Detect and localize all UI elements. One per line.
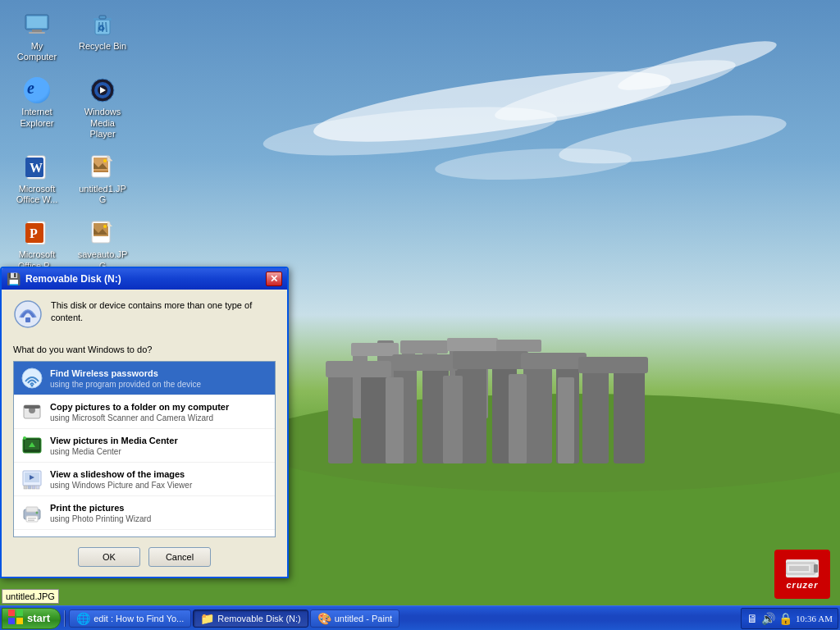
svg-point-85 xyxy=(23,436,26,440)
copy-pictures-icon xyxy=(21,400,43,423)
option-view-slideshow[interactable]: View a slideshow of the images using Win… xyxy=(14,463,275,496)
ok-button[interactable]: OK xyxy=(78,547,140,567)
option-find-wireless[interactable]: Find Wireless passwords using the progra… xyxy=(14,362,275,395)
desktop-icon-ms-office-word[interactable]: W Microsoft Office W... xyxy=(8,151,66,208)
svg-rect-42 xyxy=(32,30,42,32)
system-clock: 10:36 AM xyxy=(796,614,833,623)
ie-edit-label: edit : How to Find Yo... xyxy=(94,614,184,623)
svg-rect-27 xyxy=(523,358,552,463)
svg-rect-89 xyxy=(24,486,27,489)
find-wireless-main: Find Wireless passwords xyxy=(50,368,268,379)
svg-rect-108 xyxy=(8,618,15,624)
svg-text:W: W xyxy=(30,161,43,175)
dialog-header: This disk or device contains more than o… xyxy=(13,299,276,335)
option-print-pictures[interactable]: Print the pictures using Photo Printing … xyxy=(14,496,275,530)
svg-rect-75 xyxy=(25,317,30,322)
dialog-question: What do you want Windows to do? xyxy=(13,345,276,354)
security-tray-icon: 🔒 xyxy=(778,612,792,625)
tooltip-text: untitled.JPG xyxy=(6,591,55,601)
find-wireless-icon xyxy=(21,367,43,390)
svg-text:♻: ♻ xyxy=(98,24,105,33)
view-slideshow-main: View a slideshow of the images xyxy=(50,468,268,480)
desktop-icon-internet-explorer[interactable]: Internet Explorer xyxy=(8,74,66,143)
cruzer-badge: cruzer xyxy=(774,550,830,599)
find-wireless-text: Find Wireless passwords using the progra… xyxy=(50,368,268,388)
desktop-icon-untitled1-jpg[interactable]: untitled1.JPG xyxy=(74,151,131,208)
svg-rect-20 xyxy=(496,340,541,352)
view-media-center-sub: using Media Center xyxy=(50,447,268,456)
taskbar-btn-removable-disk[interactable]: 📁 Removable Disk (N:) xyxy=(193,609,308,628)
taskbar: start 🌐 edit : How to Find Yo... 📁 Remov… xyxy=(0,605,840,630)
taskbar-btn-untitled-paint[interactable]: 🎨 untitled - Paint xyxy=(310,609,399,628)
svg-rect-96 xyxy=(28,518,36,519)
svg-rect-39 xyxy=(558,377,574,463)
windows-logo xyxy=(7,609,24,628)
ms-office-word-icon: W xyxy=(24,154,50,180)
dialog-title-container: 💾 Removable Disk (N:) xyxy=(7,272,121,285)
volume-tray-icon: 🔊 xyxy=(761,612,775,625)
svg-rect-31 xyxy=(326,361,391,377)
svg-rect-81 xyxy=(24,405,40,409)
view-slideshow-sub: using Windows Picture and Fax Viewer xyxy=(50,481,268,490)
svg-rect-46 xyxy=(99,16,106,19)
svg-rect-30 xyxy=(614,363,645,463)
svg-point-74 xyxy=(15,301,41,327)
svg-rect-97 xyxy=(28,520,34,522)
removable-disk-icon: 📁 xyxy=(200,612,214,625)
view-slideshow-text: View a slideshow of the images using Win… xyxy=(50,468,268,489)
svg-rect-94 xyxy=(26,507,38,512)
cancel-button[interactable]: Cancel xyxy=(148,547,211,567)
print-pictures-icon xyxy=(21,501,43,524)
svg-rect-37 xyxy=(443,376,463,463)
taskbar-btn-ie-edit[interactable]: 🌐 edit : How to Find Yo... xyxy=(69,609,191,628)
view-media-center-main: View pictures in Media Center xyxy=(50,435,268,446)
svg-point-98 xyxy=(36,512,39,514)
desktop-icons: My Computer ♻ Recycle Bin xyxy=(8,8,131,275)
start-button[interactable]: start xyxy=(2,608,61,629)
svg-rect-36 xyxy=(386,377,404,463)
windows-media-player-icon xyxy=(89,77,116,103)
svg-rect-18 xyxy=(400,340,448,354)
ms-office-word-label: Microsoft Office W... xyxy=(11,184,62,205)
print-pictures-main: Print the pictures xyxy=(50,502,268,514)
dialog-titlebar: 💾 Removable Disk (N:) ✕ xyxy=(2,268,287,290)
svg-text:P: P xyxy=(30,226,38,240)
copy-pictures-sub: using Microsoft Scanner and Camera Wizar… xyxy=(50,413,268,422)
svg-rect-29 xyxy=(582,368,609,463)
svg-rect-21 xyxy=(328,365,353,463)
dialog-body: This disk or device contains more than o… xyxy=(2,290,287,577)
windows-media-player-label: Windows Media Player xyxy=(77,107,128,139)
options-list[interactable]: Find Wireless passwords using the progra… xyxy=(14,362,275,536)
svg-point-72 xyxy=(103,225,107,228)
autoplay-dialog: 💾 Removable Disk (N:) ✕ This disk or dev… xyxy=(0,267,289,578)
desktop-icon-recycle-bin[interactable]: ♻ Recycle Bin xyxy=(74,8,131,66)
saveauto-jpg-icon xyxy=(89,220,116,246)
print-pictures-sub: using Photo Printing Wizard xyxy=(50,514,268,523)
dialog-close-button[interactable]: ✕ xyxy=(266,272,282,286)
start-label: start xyxy=(27,612,50,624)
options-list-container: Find Wireless passwords using the progra… xyxy=(13,361,276,537)
desktop-icon-windows-media-player[interactable]: Windows Media Player xyxy=(74,74,131,143)
removable-disk-label: Removable Disk (N:) xyxy=(217,614,300,623)
ie-edit-icon: 🌐 xyxy=(76,612,90,625)
svg-rect-43 xyxy=(29,32,45,34)
taskbar-tooltip: untitled.JPG xyxy=(2,589,59,604)
my-computer-label: My Computer xyxy=(11,41,62,62)
device-icon xyxy=(13,299,43,335)
internet-explorer-icon xyxy=(24,77,50,103)
option-copy-pictures[interactable]: Copy pictures to a folder on my computer… xyxy=(14,395,275,429)
dialog-title-icon: 💾 xyxy=(7,272,21,285)
recycle-bin-label: Recycle Bin xyxy=(79,41,126,52)
print-pictures-text: Print the pictures using Photo Printing … xyxy=(50,502,268,523)
svg-rect-32 xyxy=(392,354,458,371)
svg-rect-61 xyxy=(94,171,108,172)
recycle-bin-icon: ♻ xyxy=(89,11,116,38)
svg-rect-34 xyxy=(521,353,587,369)
svg-point-63 xyxy=(103,159,107,162)
option-view-media-center[interactable]: View pictures in Media Center using Medi… xyxy=(14,429,275,463)
my-computer-icon xyxy=(24,11,50,38)
desktop-icon-my-computer[interactable]: My Computer xyxy=(8,8,66,66)
transfer-photos-icon: FD xyxy=(21,535,43,536)
option-transfer-photos[interactable]: FD Transfer photos xyxy=(14,530,275,536)
system-tray: 🖥 🔊 🔒 10:36 AM xyxy=(741,608,838,629)
